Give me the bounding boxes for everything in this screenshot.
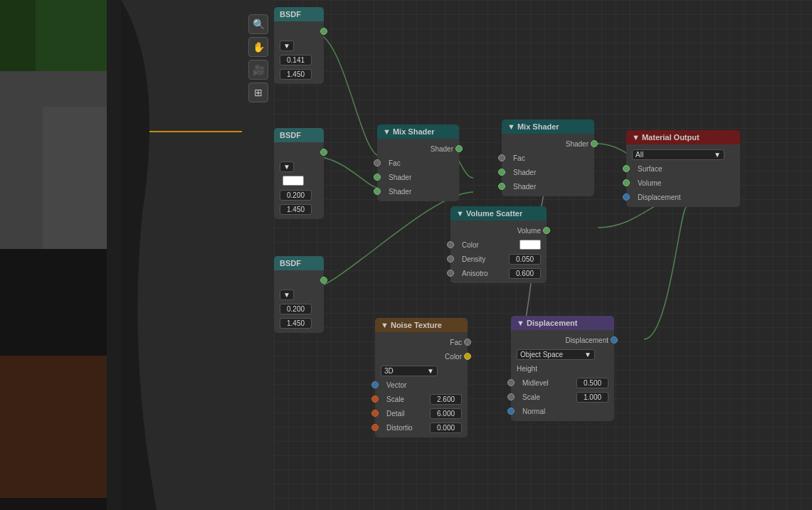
volume-scatter-density-row: Density 0.050 — [450, 252, 547, 266]
mix-shader-right-shader2-row: Shader — [502, 179, 594, 193]
volume-scatter-density-label: Density — [462, 255, 485, 263]
bsdf-bottom-value1-row: 0.200 — [274, 302, 324, 316]
noise-texture-color-socket[interactable] — [464, 353, 471, 360]
pan-tool-button[interactable]: ✋ — [248, 37, 268, 57]
mix-shader-right-body: Shader Fac Shader Shader — [502, 134, 594, 196]
displacement-normal-socket[interactable] — [507, 408, 515, 415]
mix-shader-left-output-row: Shader — [377, 142, 459, 156]
bsdf-node-middle[interactable]: BSDF ▼ 0.200 1.450 — [274, 128, 324, 219]
noise-texture-fac-row: Fac — [375, 335, 468, 349]
mix-shader-right-shader2-socket[interactable] — [498, 183, 505, 190]
noise-texture-distortion-socket[interactable] — [371, 424, 379, 431]
bsdf-bottom-value2[interactable]: 1.450 — [280, 318, 312, 329]
mix-shader-left-output-socket[interactable] — [455, 145, 463, 152]
bsdf-bottom-output-socket[interactable] — [320, 277, 327, 284]
noise-texture-vector-socket[interactable] — [371, 381, 379, 388]
bsdf-middle-value2[interactable]: 1.450 — [280, 204, 312, 215]
bsdf-top-value1-row: 0.141 — [274, 53, 324, 67]
grid-tool-button[interactable]: ⊞ — [248, 83, 268, 102]
noise-texture-fac-label: Fac — [450, 339, 462, 346]
volume-scatter-density-socket[interactable] — [447, 255, 454, 262]
volume-scatter-header: ▼ Volume Scatter — [450, 206, 547, 221]
noise-texture-distortion-label: Distortio — [386, 424, 413, 432]
bsdf-top-dropdown-row: ▼ — [274, 38, 324, 53]
noise-texture-node[interactable]: ▼ Noise Texture Fac Color 3D ▼ Vector — [375, 318, 468, 437]
bsdf-top-value1[interactable]: 0.141 — [280, 55, 312, 65]
volume-scatter-density-value[interactable]: 0.050 — [509, 254, 541, 265]
bsdf-node-top[interactable]: BSDF ▼ 0.141 1.450 — [274, 7, 324, 84]
noise-texture-title: ▼ Noise Texture — [381, 321, 442, 329]
material-output-volume-socket[interactable] — [623, 179, 630, 186]
mix-shader-right-fac-row: Fac — [502, 151, 594, 165]
volume-scatter-output-row: Volume — [450, 223, 547, 238]
material-output-render-dropdown[interactable]: All ▼ — [632, 149, 724, 160]
displacement-body: Displacement Object Space ▼ Height Midle… — [511, 330, 614, 421]
bsdf-middle-color-swatch[interactable] — [283, 176, 304, 186]
mix-shader-left-shader2-socket[interactable] — [374, 188, 381, 195]
node-editor: BSDF ▼ 0.141 1.450 BSDF ▼ — [274, 0, 812, 510]
material-output-node[interactable]: ▼ Material Output All ▼ Surface Volume D… — [626, 130, 740, 207]
material-output-dropdown-row: All ▼ — [626, 147, 740, 161]
bsdf-middle-value2-row: 1.450 — [274, 202, 324, 216]
displacement-scale-value[interactable]: 1.000 — [576, 392, 608, 403]
mix-shader-right-fac-socket[interactable] — [498, 154, 505, 161]
bsdf-middle-output-socket[interactable] — [320, 149, 327, 156]
displacement-space-dropdown[interactable]: Object Space ▼ — [517, 349, 595, 360]
bsdf-top-value2[interactable]: 1.450 — [280, 69, 312, 80]
volume-scatter-color-swatch[interactable] — [520, 240, 541, 250]
noise-texture-detail-socket[interactable] — [371, 410, 379, 417]
displacement-node[interactable]: ▼ Displacement Displacement Object Space… — [511, 316, 614, 421]
noise-texture-detail-value[interactable]: 6.000 — [430, 408, 462, 419]
displacement-space-label: Object Space — [520, 351, 563, 358]
mix-shader-right-shader1-socket[interactable] — [498, 169, 505, 176]
displacement-midlevel-value[interactable]: 0.500 — [576, 378, 608, 388]
material-output-body: All ▼ Surface Volume Displacement — [626, 144, 740, 207]
bsdf-bottom-value1[interactable]: 0.200 — [280, 304, 312, 314]
bsdf-top-output-socket[interactable] — [320, 28, 327, 35]
volume-scatter-aniso-socket[interactable] — [447, 270, 454, 277]
mix-shader-left[interactable]: ▼ Mix Shader Shader Fac Shader Shader — [377, 124, 459, 201]
mix-shader-left-output-label: Shader — [431, 145, 453, 153]
bsdf-node-bottom[interactable]: BSDF ▼ 0.200 1.450 — [274, 256, 324, 333]
noise-texture-distortion-value[interactable]: 0.000 — [430, 423, 462, 433]
bsdf-middle-title: BSDF — [280, 131, 301, 139]
noise-texture-scale-value[interactable]: 2.600 — [430, 394, 462, 405]
mix-shader-right-output-row: Shader — [502, 137, 594, 151]
bsdf-top-dropdown[interactable]: ▼ — [280, 41, 294, 51]
bsdf-bottom-dropdown[interactable]: ▼ — [280, 289, 294, 300]
displacement-scale-socket[interactable] — [507, 393, 515, 400]
displacement-dropdown-row: Object Space ▼ — [511, 347, 614, 361]
displacement-output-label: Displacement — [565, 336, 608, 344]
volume-scatter-body: Volume Color Density 0.050 Anisotro 0.60… — [450, 221, 547, 283]
displacement-height-label: Height — [517, 365, 537, 373]
material-output-surface-socket[interactable] — [623, 165, 630, 172]
mix-shader-left-header: ▼ Mix Shader — [377, 124, 459, 139]
volume-scatter-output-socket[interactable] — [543, 227, 550, 234]
noise-texture-3d-dropdown[interactable]: 3D ▼ — [381, 366, 438, 376]
noise-texture-body: Fac Color 3D ▼ Vector Scale 2.600 — [375, 332, 468, 437]
volume-scatter-color-socket[interactable] — [447, 241, 454, 248]
bsdf-middle-dropdown[interactable]: ▼ — [280, 161, 294, 172]
bsdf-bottom-dropdown-row: ▼ — [274, 287, 324, 302]
mix-shader-right-output-socket[interactable] — [591, 140, 598, 147]
mix-shader-left-shader1-socket[interactable] — [374, 174, 381, 181]
displacement-output-socket[interactable] — [611, 336, 618, 344]
bsdf-middle-value1[interactable]: 0.200 — [280, 190, 312, 201]
noise-texture-fac-socket[interactable] — [464, 339, 471, 346]
mix-shader-right[interactable]: ▼ Mix Shader Shader Fac Shader Shader — [502, 119, 594, 196]
volume-scatter-node[interactable]: ▼ Volume Scatter Volume Color Density 0.… — [450, 206, 547, 283]
mix-shader-right-output-label: Shader — [566, 140, 589, 148]
mix-shader-right-shader2-label: Shader — [513, 183, 536, 191]
noise-texture-scale-socket[interactable] — [371, 395, 379, 403]
bsdf-top-value2-row: 1.450 — [274, 67, 324, 81]
noise-texture-distortion-row: Distortio 0.000 — [375, 420, 468, 435]
zoom-tool-button[interactable]: 🔍 — [248, 14, 268, 34]
material-output-title: ▼ Material Output — [632, 133, 700, 142]
volume-scatter-aniso-value[interactable]: 0.600 — [509, 268, 541, 279]
volume-scatter-color-row: Color — [450, 238, 547, 252]
mix-shader-left-fac-socket[interactable] — [374, 159, 381, 166]
displacement-midlevel-socket[interactable] — [507, 379, 515, 386]
camera-tool-button[interactable]: 🎥 — [248, 60, 268, 80]
material-output-displacement-socket[interactable] — [623, 193, 630, 201]
displacement-height-label-row: Height — [511, 361, 614, 376]
